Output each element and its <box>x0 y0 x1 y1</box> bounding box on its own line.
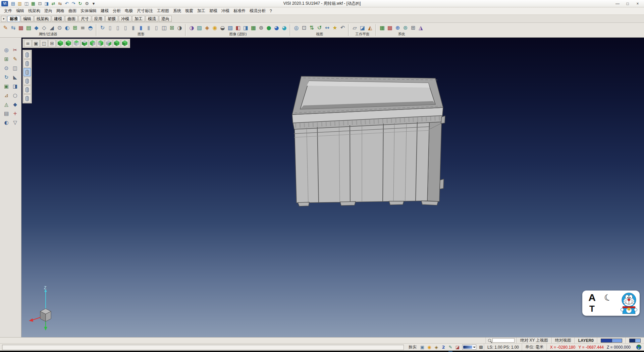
filter-cylinder-5[interactable] <box>23 86 31 94</box>
rotate-element-icon[interactable]: ↻ <box>99 24 106 32</box>
save-all-icon[interactable]: ▦ <box>30 1 36 7</box>
pen-icon[interactable]: ✎ <box>447 344 453 350</box>
viewport-single-icon[interactable]: ▣ <box>32 40 40 47</box>
tab-edit[interactable]: 编辑 <box>21 16 34 22</box>
filter-cylinder-4[interactable] <box>23 77 31 85</box>
mesh-icon[interactable]: ⊞ <box>3 55 10 63</box>
undo-icon[interactable]: ↶ <box>64 1 70 7</box>
cylinder-outline-icon[interactable]: ▯ <box>153 24 160 32</box>
view-dynamic-cube-icon[interactable] <box>121 40 128 47</box>
print-icon[interactable]: ⊡ <box>37 1 43 7</box>
system-globe-icon[interactable]: ⊕ <box>394 24 401 32</box>
active-layer[interactable]: LAYER0 <box>575 338 597 343</box>
menu-item[interactable]: 标准件 <box>231 7 248 14</box>
cad-exchange-icon[interactable]: ◮ <box>417 24 424 32</box>
solid-pair-icon[interactable]: ◫ <box>161 24 168 32</box>
modify-attributes-icon[interactable]: ✎ <box>2 24 9 32</box>
tab-reverse[interactable]: 逆向 <box>159 16 172 22</box>
menu-item[interactable]: 尺寸标注 <box>135 7 155 14</box>
tab-machining[interactable]: 加工 <box>132 16 145 22</box>
workplane-align-icon[interactable]: ◪ <box>359 24 366 32</box>
color-table-icon[interactable]: ▩ <box>386 24 393 32</box>
model-crate[interactable] <box>290 71 451 216</box>
edges-overlay-icon[interactable]: ▦ <box>250 24 257 32</box>
menu-item[interactable]: 逆向 <box>42 7 54 14</box>
transparency-filter-icon[interactable]: ◓ <box>87 24 94 32</box>
shade-icon[interactable]: ◐ <box>3 119 10 126</box>
maximize-button[interactable]: □ <box>623 1 633 7</box>
split-icon[interactable]: ◨ <box>11 83 19 90</box>
menu-item[interactable]: 建模 <box>99 7 111 14</box>
pie-blue-icon[interactable]: ◕ <box>273 24 280 32</box>
dynamic-view-icon[interactable]: ⊛ <box>258 24 265 32</box>
cylinder-hidden-icon[interactable]: ▯ <box>114 24 121 32</box>
surface-icon[interactable]: ◬ <box>3 101 10 108</box>
face-filter-icon[interactable]: ◇ <box>41 24 48 32</box>
view-iso-cube-icon[interactable] <box>57 40 64 47</box>
zoom-extents-icon[interactable]: ◎ <box>293 24 300 32</box>
add-icon[interactable]: + <box>11 110 19 117</box>
solid-icon[interactable]: ◆ <box>11 101 19 108</box>
filter-cylinder-2[interactable] <box>23 59 31 68</box>
tab-plastic-mould[interactable]: 塑膜 <box>105 16 118 22</box>
refresh-icon[interactable]: ↻ <box>77 1 83 7</box>
menu-item[interactable]: ? <box>268 8 274 14</box>
menu-item[interactable]: 模流分析 <box>248 7 268 14</box>
measure-icon[interactable]: ⇅ <box>308 24 315 32</box>
menu-item[interactable]: 分析 <box>111 7 123 14</box>
lock-icon[interactable]: ◈ <box>433 344 439 350</box>
trim-icon[interactable]: ✂ <box>11 46 19 54</box>
search-input[interactable] <box>492 338 515 343</box>
ref-icon[interactable]: ◪ <box>454 344 461 350</box>
layer2-icon[interactable]: 2 <box>440 344 446 350</box>
snap-settings-icon[interactable]: ▣ <box>419 344 425 350</box>
view-left-cube-icon[interactable] <box>97 40 104 47</box>
flip-icon[interactable]: ▽ <box>11 119 19 126</box>
tab-standard[interactable]: 标准 <box>7 16 20 22</box>
section-view-icon[interactable]: ◧ <box>234 24 241 32</box>
more-icon[interactable]: ▾ <box>91 1 97 7</box>
sketch-icon[interactable]: ✎ <box>11 55 19 63</box>
redo-icon[interactable]: ↷ <box>70 1 76 7</box>
view-mode-selector[interactable]: 绝对 XY 上视图 <box>517 338 551 343</box>
filter-cylinder-1[interactable] <box>23 51 31 59</box>
circle-icon[interactable]: ○ <box>11 92 19 99</box>
tab-wireframe[interactable]: 线架构 <box>34 16 51 22</box>
viewport-3d[interactable]: ≡▣◫⊞ <box>21 38 644 337</box>
cylinder-ghost-icon[interactable]: ▮ <box>145 24 152 32</box>
menu-item[interactable]: 实体编辑 <box>78 7 99 14</box>
cylinder-wire-icon[interactable]: ▯ <box>107 24 114 32</box>
view-iso-icon[interactable]: ★ <box>331 24 338 32</box>
texture-map-icon[interactable]: ▨ <box>196 24 203 32</box>
snap-toggle[interactable]: 拴实 <box>406 344 419 350</box>
view-right-cube-icon[interactable] <box>89 40 96 47</box>
viewport-split-icon[interactable]: ◫ <box>40 40 48 47</box>
mirror-icon[interactable]: ◫ <box>11 64 19 72</box>
material-icon[interactable]: ◈ <box>204 24 211 32</box>
view-top-cube-icon[interactable] <box>73 40 80 47</box>
zoom-window-icon[interactable]: ⊡ <box>301 24 308 32</box>
view-rotate-icon[interactable]: ↺ <box>316 24 323 32</box>
close-button[interactable]: × <box>633 1 643 7</box>
element-color-selector[interactable] <box>597 338 626 343</box>
linetype-filter-icon[interactable]: ≡ <box>79 24 86 32</box>
menu-item[interactable]: 文件 <box>2 7 14 14</box>
menu-item[interactable]: 曲面 <box>66 7 78 14</box>
cylinder-dashed-icon[interactable]: ▯ <box>122 24 129 32</box>
edge-filter-icon[interactable]: ◢ <box>48 24 55 32</box>
command-line[interactable] <box>2 345 404 350</box>
view-front-cube-icon[interactable] <box>81 40 88 47</box>
group-filter-icon[interactable]: ⊞ <box>71 24 78 32</box>
new-file-icon[interactable]: ▤ <box>10 1 16 7</box>
menu-item[interactable]: 加工 <box>195 7 207 14</box>
view-iso2-cube-icon[interactable] <box>65 40 72 47</box>
menu-item[interactable]: 电极 <box>123 7 135 14</box>
point-filter-icon[interactable]: ⊙ <box>56 24 63 32</box>
grip-icon[interactable]: ≡ <box>24 40 32 47</box>
menu-item[interactable]: 系统 <box>171 7 183 14</box>
tab-mouldflow[interactable]: 模流 <box>146 16 158 22</box>
menu-item[interactable]: 塑模 <box>207 7 219 14</box>
tab-modeling[interactable]: 建模 <box>52 16 64 22</box>
toolbar-dropdown-icon[interactable]: ▾ <box>1 16 6 22</box>
pie-cyan-icon[interactable]: ◕ <box>281 24 288 32</box>
